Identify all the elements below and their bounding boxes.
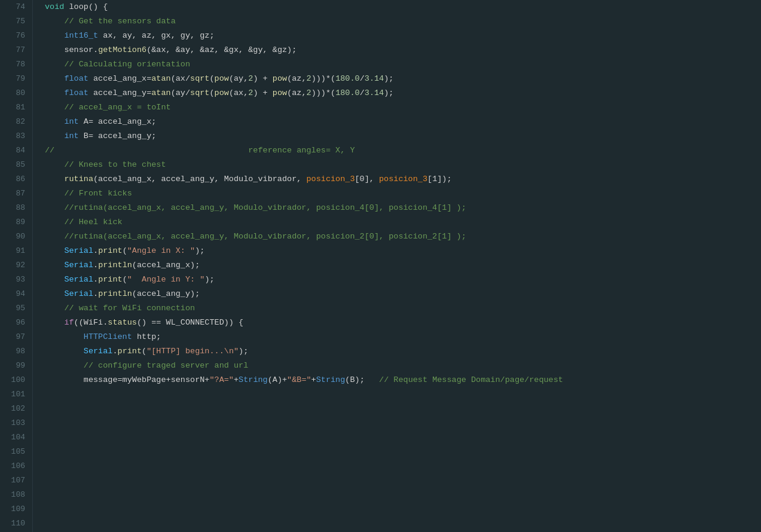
line-number: 79 [5, 72, 25, 86]
code-token: ( [123, 246, 127, 255]
code-token: ) + [253, 74, 272, 83]
code-token: print [98, 275, 123, 284]
code-token: print [98, 246, 123, 255]
code-token [45, 246, 64, 255]
code-token: / [360, 74, 365, 83]
code-line: // Get the sensors data [45, 14, 761, 29]
code-token: (&ax, &ay, &az, &gx, &gy, &gz); [146, 45, 297, 54]
code-token: (az, [287, 74, 306, 83]
code-token: print [118, 347, 142, 356]
code-token: reference angles= X, Y [54, 146, 354, 155]
line-number: 97 [5, 330, 25, 344]
code-token: rutina [64, 175, 93, 184]
code-token: float [64, 74, 88, 83]
code-token: (accel_ang_x, accel_ang_y, Modulo_vibrad… [93, 175, 306, 184]
code-token: ); [204, 275, 214, 284]
code-token: posicion_3 [379, 175, 427, 184]
code-line: // Knees to the chest [45, 158, 761, 172]
code-token: [0], [355, 175, 380, 184]
code-line: // configure traged server and url [45, 359, 761, 373]
code-token: [1]); [427, 175, 452, 184]
code-token: ( [209, 88, 214, 97]
line-number: 89 [5, 215, 25, 230]
code-token: Serial [64, 275, 93, 284]
line-number: 94 [5, 287, 25, 301]
code-token: int [64, 132, 78, 140]
code-token: sensor. [45, 45, 98, 54]
code-token: ); [195, 246, 204, 255]
code-line: message=myWebPage+sensorN+"?A="+String(A… [45, 373, 761, 387]
code-token: posicion_3 [306, 175, 354, 184]
code-line: int B= accel_ang_y; [45, 129, 761, 143]
code-token: atan [151, 74, 170, 83]
line-number: 107 [5, 473, 25, 488]
code-token: " Angle in Y: " [127, 275, 205, 284]
code-token: Serial [64, 289, 93, 298]
line-number: 83 [5, 129, 25, 143]
line-number: 87 [5, 186, 25, 201]
code-line: // accel_ang_x = toInt [45, 100, 761, 115]
code-editor: 7475767778798081828384858687888990919293… [0, 0, 761, 532]
code-token [45, 88, 64, 97]
code-token: ( [142, 347, 146, 356]
code-token: 3.14 [365, 74, 384, 83]
code-token: accel_ang_x= [88, 74, 151, 83]
code-line: sensor.getMotion6(&ax, &ay, &az, &gx, &g… [45, 43, 761, 57]
code-token: sqrt [190, 88, 209, 97]
code-token: B= accel_ang_y; [79, 132, 157, 140]
code-token: (ay/ [171, 88, 190, 97]
line-number: 86 [5, 172, 25, 186]
code-line: Serial.print("[HTTP] begin...\n"); [45, 344, 761, 359]
line-number: 84 [5, 143, 25, 158]
code-token: // Get the sensors data [45, 17, 176, 26]
code-token: atan [151, 88, 170, 97]
code-token [45, 31, 64, 40]
code-token: (ax, [229, 88, 248, 97]
code-token: // Front kicks [45, 189, 132, 198]
code-token: Serial [64, 261, 93, 270]
code-token: message=myWebPage+sensorN+ [45, 375, 209, 384]
code-line: Serial.print(" Angle in Y: "); [45, 273, 761, 287]
line-number: 95 [5, 301, 25, 316]
line-number: 88 [5, 201, 25, 215]
code-token: ); [384, 88, 393, 97]
code-token [45, 132, 64, 140]
line-number: 92 [5, 258, 25, 273]
code-token: ); [239, 347, 248, 356]
code-token: 2 [307, 88, 311, 97]
line-number: 103 [5, 416, 25, 430]
line-number: 76 [5, 29, 25, 43]
code-line: Serial.println(accel_ang_x); [45, 258, 761, 273]
code-token: //rutina(accel_ang_x, accel_ang_y, Modul… [45, 203, 466, 212]
code-token: void [45, 2, 64, 11]
code-token: println [98, 261, 132, 270]
code-token [45, 74, 64, 83]
code-line: float accel_ang_y=atan(ay/sqrt(pow(ax,2)… [45, 86, 761, 100]
code-token: (ax/ [171, 74, 190, 83]
code-token: . [93, 246, 98, 255]
code-token [45, 261, 64, 270]
code-line: // Calculating orientation [45, 57, 761, 72]
code-token: (accel_ang_x); [132, 261, 200, 270]
line-number: 108 [5, 488, 25, 502]
line-number: 106 [5, 459, 25, 473]
code-token: http; [132, 332, 161, 341]
line-number: 100 [5, 373, 25, 387]
code-token: "[HTTP] begin...\n" [146, 347, 239, 356]
code-token: pow [273, 88, 287, 97]
code-line: Serial.println(accel_ang_y); [45, 287, 761, 301]
code-token: (A)+ [268, 375, 287, 384]
code-content: void loop() { // Get the sensors data in… [33, 0, 761, 532]
code-token: // Request Message Domain/page/request [365, 375, 563, 384]
code-line: rutina(accel_ang_x, accel_ang_y, Modulo_… [45, 172, 761, 186]
code-token: if [64, 318, 74, 327]
code-token [45, 332, 84, 341]
code-token: // wait for WiFi connection [45, 304, 195, 313]
code-token: float [64, 88, 88, 97]
code-token: int16_t [64, 31, 98, 40]
code-token [45, 117, 64, 126]
code-token: . [112, 347, 117, 356]
line-number: 75 [5, 14, 25, 29]
code-token: Serial [84, 347, 113, 356]
code-token: () == WL_CONNECTED)) { [137, 318, 243, 327]
